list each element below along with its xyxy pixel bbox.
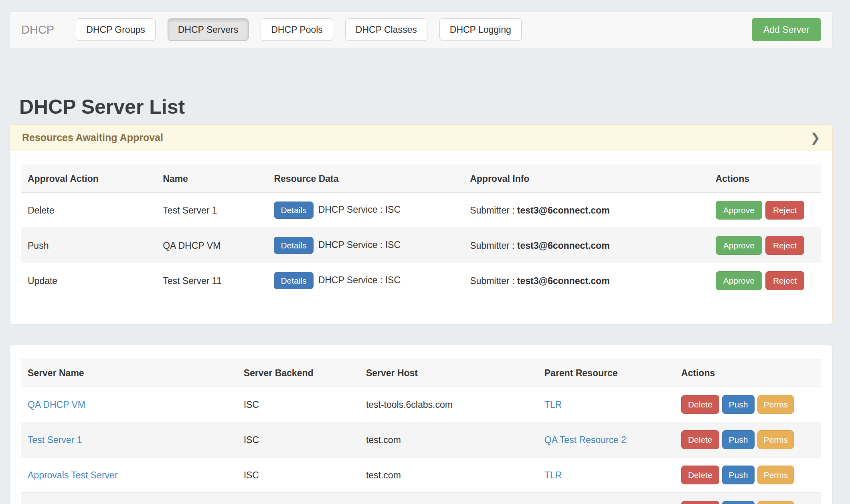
actions-cell: DeletePushPerms [675,458,821,493]
server-host-cell: test-tools.6clabs.com [360,387,538,422]
approval-action-cell: Push [21,228,156,263]
delete-button[interactable]: Delete [681,430,719,449]
approval-action-cell: Update [21,263,156,298]
approve-button[interactable]: Approve [716,201,762,220]
push-button[interactable]: Push [722,501,755,504]
push-button[interactable]: Push [722,466,755,484]
push-button[interactable]: Push [722,395,755,414]
col-name: Name [156,165,267,193]
server-host-cell: test.com [360,422,538,458]
server-backend-cell: PVDHCPMYSQL [237,493,360,504]
submitter-label: Submitter : [470,205,514,216]
col-server-host: Server Host [360,359,538,387]
page-title: DHCP Server List [19,95,833,119]
table-row: Update Test Server 11 DetailsDHCP Servic… [21,263,821,298]
resource-data-cell: DetailsDHCP Service : ISC [267,263,463,298]
add-server-button[interactable]: Add Server [752,18,821,41]
server-name-cell: Centos DHCP Managed DHCP [21,493,237,504]
resource-data-text: DHCP Service : ISC [318,275,401,285]
details-button[interactable]: Details [274,272,313,289]
table-row: Approvals Test Server ISC test.com TLR D… [21,458,821,493]
resource-data-cell: DetailsDHCP Service : ISC [267,228,463,263]
col-parent-resource: Parent Resource [538,359,675,387]
approval-panel-heading: Resources Awaiting Approval ❯ [10,125,832,151]
push-button[interactable]: Push [722,430,755,449]
details-button[interactable]: Details [274,202,313,219]
parent-resource-cell: QA Test Resource 2 [538,422,675,458]
table-row: Centos DHCP Managed DHCP PVDHCPMYSQL emp… [21,493,821,504]
name-cell: Test Server 11 [156,263,267,298]
submitter-label: Submitter : [470,276,514,286]
parent-resource-link[interactable]: QA Test Resource 2 [544,435,626,445]
perms-button[interactable]: Perms [757,395,794,414]
server-table-header-row: Server Name Server Backend Server Host P… [21,359,821,387]
delete-button[interactable]: Delete [681,501,719,504]
reject-button[interactable]: Reject [765,201,805,220]
approval-info-cell: Submitter : test3@6connect.com [463,263,709,298]
col-approval-action: Approval Action [21,165,156,193]
tab-dhcp-pools[interactable]: DHCP Pools [261,18,333,41]
server-list-panel: Server Name Server Backend Server Host P… [10,345,833,504]
server-name-cell: QA DHCP VM [21,387,237,422]
approval-info-cell: Submitter : test3@6connect.com [463,193,709,228]
parent-resource-cell: Centos DHCP [538,493,675,504]
name-cell: QA DHCP VM [156,228,267,263]
parent-resource-link[interactable]: TLR [544,470,562,480]
resource-data-text: DHCP Service : ISC [318,204,401,215]
approval-panel-body: Approval Action Name Resource Data Appro… [10,151,832,324]
table-row: Test Server 1 ISC test.com QA Test Resou… [21,422,821,458]
col-actions: Actions [675,359,821,387]
approve-button[interactable]: Approve [716,236,762,255]
actions-cell: ApproveReject [709,228,821,263]
actions-cell: ApproveReject [709,263,821,298]
server-host-cell: empty-centos1.6clabs.com [360,493,538,504]
resource-data-text: DHCP Service : ISC [318,240,401,250]
col-server-backend: Server Backend [237,359,360,387]
actions-cell: DeletePushPerms [675,493,821,504]
actions-cell: DeletePushPerms [675,387,821,422]
delete-button[interactable]: Delete [681,466,719,484]
parent-resource-cell: TLR [538,458,675,493]
approve-button[interactable]: Approve [716,271,762,290]
actions-cell: DeletePushPerms [675,422,821,458]
tab-dhcp-classes[interactable]: DHCP Classes [345,18,427,41]
server-host-cell: test.com [360,458,538,493]
submitter-email: test3@6connect.com [517,205,610,216]
resource-data-cell: DetailsDHCP Service : ISC [267,193,463,228]
server-backend-cell: ISC [237,422,360,458]
server-name-link[interactable]: Approvals Test Server [28,470,118,480]
reject-button[interactable]: Reject [765,271,805,290]
dhcp-navbar: DHCP DHCP Groups DHCP Servers DHCP Pools… [10,11,833,48]
server-name-cell: Test Server 1 [21,422,237,458]
reject-button[interactable]: Reject [765,236,805,255]
perms-button[interactable]: Perms [757,430,794,449]
table-row: Push QA DHCP VM DetailsDHCP Service : IS… [21,228,821,263]
details-button[interactable]: Details [274,237,313,254]
chevron-right-icon[interactable]: ❯ [810,132,820,144]
actions-cell: ApproveReject [709,193,821,228]
approval-panel: Resources Awaiting Approval ❯ Approval A… [10,124,833,324]
table-row: QA DHCP VM ISC test-tools.6clabs.com TLR… [21,387,821,422]
server-name-link[interactable]: Test Server 1 [28,435,82,445]
approval-action-cell: Delete [21,193,156,228]
delete-button[interactable]: Delete [681,395,719,414]
server-table: Server Name Server Backend Server Host P… [21,359,821,504]
server-name-cell: Approvals Test Server [21,458,237,493]
col-resource-data: Resource Data [267,165,463,193]
name-cell: Test Server 1 [156,193,267,228]
approval-panel-title: Resources Awaiting Approval [22,132,163,143]
perms-button[interactable]: Perms [757,466,794,484]
parent-resource-link[interactable]: TLR [544,399,562,410]
submitter-email: test3@6connect.com [517,240,610,251]
server-name-link[interactable]: QA DHCP VM [28,399,85,410]
tab-dhcp-logging[interactable]: DHCP Logging [439,18,522,41]
tab-dhcp-servers[interactable]: DHCP Servers [168,18,249,41]
dhcp-nav-tabs: DHCP Groups DHCP Servers DHCP Pools DHCP… [76,18,522,41]
col-actions: Actions [709,165,821,193]
perms-button[interactable]: Perms [757,501,794,504]
server-backend-cell: ISC [237,387,360,422]
approval-table: Approval Action Name Resource Data Appro… [21,165,821,298]
parent-resource-cell: TLR [538,387,675,422]
table-row: Delete Test Server 1 DetailsDHCP Service… [21,193,821,228]
tab-dhcp-groups[interactable]: DHCP Groups [76,18,156,41]
